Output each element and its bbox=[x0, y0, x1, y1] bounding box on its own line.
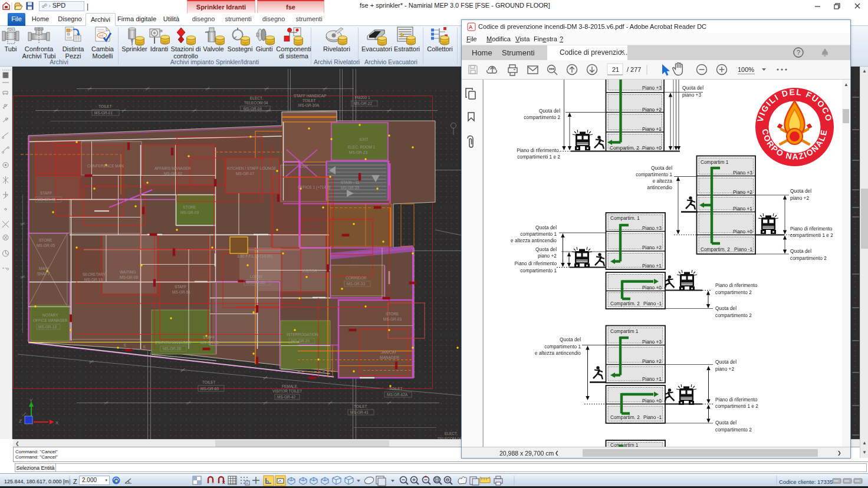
svg-text:Piano di riferimento: Piano di riferimento bbox=[515, 261, 557, 266]
svg-text:Quota del: Quota del bbox=[790, 248, 811, 254]
svg-text:Piano -1: Piano -1 bbox=[643, 301, 662, 306]
svg-text:Piano -1: Piano -1 bbox=[734, 246, 752, 252]
svg-text:MS-GR-35: MS-GR-35 bbox=[341, 186, 359, 190]
svg-text:MS-GR-02: MS-GR-02 bbox=[164, 172, 182, 176]
svg-text:Quota del: Quota del bbox=[539, 108, 560, 114]
svg-text:Piano di riferimento: Piano di riferimento bbox=[790, 226, 833, 232]
svg-text:Compartim. 2: Compartim. 2 bbox=[610, 301, 640, 306]
svg-text:compartimento 1: compartimento 1 bbox=[520, 268, 557, 273]
svg-text:cod: cod bbox=[99, 34, 104, 37]
svg-text:Quota del: Quota del bbox=[682, 85, 703, 91]
svg-text:piano +2: piano +2 bbox=[538, 253, 557, 259]
svg-text:TOILET: TOILET bbox=[98, 104, 112, 108]
svg-text:ELECT.: ELECT. bbox=[250, 96, 263, 100]
svg-text:Piano +1: Piano +1 bbox=[733, 206, 752, 212]
svg-text:STAFF: STAFF bbox=[40, 191, 52, 195]
svg-text:Archivio Evacuatori: Archivio Evacuatori bbox=[364, 58, 417, 65]
svg-text:TOILET: TOILET bbox=[202, 380, 216, 384]
svg-text:INTERROGATION: INTERROGATION bbox=[287, 332, 318, 337]
svg-text:Cambia: Cambia bbox=[91, 45, 114, 52]
svg-text:compartimento 2: compartimento 2 bbox=[715, 289, 752, 295]
svg-text:compartimenti 1 e 2: compartimenti 1 e 2 bbox=[715, 403, 758, 409]
svg-text:ELEC. ROOM 1: ELEC. ROOM 1 bbox=[348, 145, 376, 149]
svg-text:Idranti: Idranti bbox=[150, 45, 169, 52]
svg-text:Piano +0: Piano +0 bbox=[642, 285, 662, 291]
svg-text:antincendio: antincendio bbox=[647, 184, 673, 190]
svg-text:FEMALE: FEMALE bbox=[282, 384, 298, 388]
svg-text:compartimenti 1 e 2: compartimenti 1 e 2 bbox=[790, 232, 833, 238]
svg-text:STAFF HANDICAP: STAFF HANDICAP bbox=[294, 94, 327, 98]
svg-text:Confronta: Confronta bbox=[25, 45, 54, 52]
svg-text:E: E bbox=[143, 345, 146, 349]
svg-text:Compartim 1: Compartim 1 bbox=[701, 159, 729, 165]
svg-text:Piano +3: Piano +3 bbox=[642, 85, 662, 91]
svg-text:E: E bbox=[124, 343, 127, 347]
svg-text:DN: DN bbox=[9, 28, 14, 31]
svg-text:Quota del: Quota del bbox=[715, 305, 737, 311]
svg-text:e altezza antincendio: e altezza antincendio bbox=[511, 238, 557, 243]
svg-text:?: ? bbox=[797, 49, 800, 56]
svg-text:Piano +2: Piano +2 bbox=[642, 107, 662, 113]
svg-text:KITCHEN / STAFF LOUNGE: KITCHEN / STAFF LOUNGE bbox=[227, 166, 277, 170]
svg-text:MS-GR-52: MS-GR-52 bbox=[200, 341, 219, 345]
svg-text:EXIT: EXIT bbox=[300, 164, 308, 169]
svg-text:Componenti: Componenti bbox=[276, 45, 311, 52]
svg-text:VISITOR TOILET: VISITOR TOILET bbox=[272, 389, 302, 393]
svg-text:Quota del: Quota del bbox=[651, 165, 672, 171]
svg-text:Compartim 1: Compartim 1 bbox=[610, 328, 639, 334]
svg-text:WAITING: WAITING bbox=[120, 270, 136, 274]
svg-text:TELECOM 04: TELECOM 04 bbox=[244, 101, 268, 105]
svg-text:Quota del: Quota del bbox=[535, 246, 557, 252]
svg-text:Piano +2: Piano +2 bbox=[642, 358, 662, 364]
svg-text:MS-GR-60: MS-GR-60 bbox=[200, 387, 219, 391]
svg-text:Piano +0: Piano +0 bbox=[642, 145, 662, 151]
svg-text:di sistema: di sistema bbox=[279, 52, 308, 60]
svg-text:compartimento 1: compartimento 1 bbox=[520, 231, 557, 237]
svg-text:Quota del: Quota del bbox=[535, 225, 557, 230]
svg-text:STAFF: STAFF bbox=[203, 335, 215, 339]
svg-text:EXIT: EXIT bbox=[360, 137, 368, 141]
svg-text:MS-GR-66: MS-GR-66 bbox=[246, 281, 265, 285]
svg-text:Piano di riferimento: Piano di riferimento bbox=[715, 282, 758, 288]
svg-text:Piano +1: Piano +1 bbox=[642, 263, 662, 269]
svg-text:Compartim. 2: Compartim. 2 bbox=[701, 246, 730, 252]
svg-text:Piano +3: Piano +3 bbox=[642, 225, 662, 231]
svg-text:MS-GR-36: MS-GR-36 bbox=[163, 347, 181, 351]
svg-text:MS-GR-03: MS-GR-03 bbox=[383, 317, 402, 321]
svg-text:Sprinkler: Sprinkler bbox=[121, 45, 147, 52]
svg-text:TOILET: TOILET bbox=[354, 404, 367, 408]
svg-text:Compartim 1: Compartim 1 bbox=[610, 442, 639, 447]
svg-text:SHAFT: SHAFT bbox=[37, 272, 50, 276]
svg-text:Piano +1: Piano +1 bbox=[642, 376, 662, 382]
svg-text:JAN/CAT: JAN/CAT bbox=[381, 350, 397, 354]
svg-text:compartimento 2: compartimento 2 bbox=[790, 255, 827, 261]
svg-text:MS-GR-33: MS-GR-33 bbox=[347, 282, 365, 286]
svg-text:Evacuatori: Evacuatori bbox=[361, 45, 392, 52]
svg-text:MS-GR-42: MS-GR-42 bbox=[277, 395, 295, 399]
svg-text:Quota del: Quota del bbox=[715, 420, 737, 426]
svg-text:Piano +0: Piano +0 bbox=[733, 229, 752, 235]
svg-text:Stazioni di: Stazioni di bbox=[171, 45, 201, 52]
svg-text:Piano +3: Piano +3 bbox=[733, 170, 752, 176]
svg-text:Piano +0: Piano +0 bbox=[642, 398, 662, 404]
svg-text:LOBBY: LOBBY bbox=[250, 275, 263, 279]
svg-text:Quota del: Quota del bbox=[790, 188, 811, 194]
svg-text:compartimento 1: compartimento 1 bbox=[636, 172, 672, 177]
svg-text:Rivelatori: Rivelatori bbox=[323, 45, 350, 52]
svg-text:Piano +2: Piano +2 bbox=[733, 189, 752, 195]
svg-text:CONFERENCE MAN: CONFERENCE MAN bbox=[87, 164, 124, 168]
svg-text:MS-GR-23: MS-GR-23 bbox=[349, 150, 367, 154]
svg-text:MS-GR-51: MS-GR-51 bbox=[172, 290, 190, 294]
svg-text:MS-GR-30A: MS-GR-30A bbox=[298, 103, 320, 107]
svg-text:OFFICE MANAGER: OFFICE MANAGER bbox=[33, 318, 68, 322]
svg-text:Modelli: Modelli bbox=[93, 52, 113, 60]
svg-text:Quota del: Quota del bbox=[560, 337, 581, 342]
svg-text:Quota del: Quota del bbox=[715, 359, 737, 365]
svg-text:e altezza antincendio: e altezza antincendio bbox=[535, 350, 581, 356]
svg-text:MS-GR-62A: MS-GR-62A bbox=[387, 393, 408, 397]
svg-text:MANAGER: MANAGER bbox=[380, 355, 399, 360]
svg-text:STAIR - 11: STAIR - 11 bbox=[341, 180, 360, 184]
svg-text:|: | bbox=[87, 2, 88, 11]
svg-text:MS-GR-18: MS-GR-18 bbox=[38, 325, 57, 329]
svg-text:NOTARY: NOTARY bbox=[42, 313, 58, 317]
